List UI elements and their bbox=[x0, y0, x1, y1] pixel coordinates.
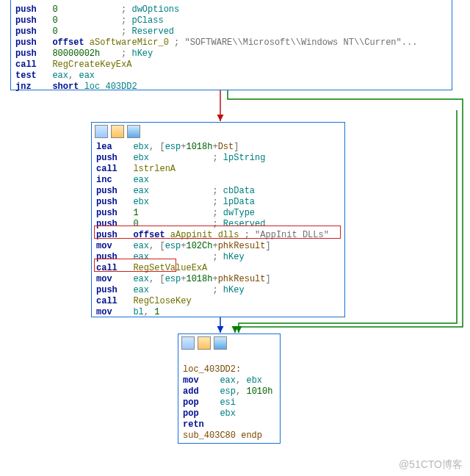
code-bot: loc_403DD2: mov eax, ebx add esp, 1010h … bbox=[178, 352, 280, 444]
palette-icon[interactable] bbox=[198, 336, 211, 350]
graph-icon[interactable] bbox=[181, 336, 195, 350]
window-icon[interactable] bbox=[214, 336, 227, 350]
window-icon[interactable] bbox=[127, 125, 140, 138]
block-toolbar bbox=[178, 334, 280, 352]
disasm-block-top: push 0 ; dwOptions push 0 ; pClass push … bbox=[10, 0, 452, 90]
code-top: push 0 ; dwOptions push 0 ; pClass push … bbox=[11, 3, 452, 95]
disasm-block-mid: lea ebx, [esp+1018h+Dst] push ebx ; lpSt… bbox=[91, 122, 345, 317]
graph-icon[interactable] bbox=[95, 125, 108, 138]
disasm-block-bot: loc_403DD2: mov eax, ebx add esp, 1010h … bbox=[178, 333, 281, 444]
code-mid: lea ebx, [esp+1018h+Dst] push ebx ; lpSt… bbox=[92, 140, 344, 321]
watermark: @51CTO博客 bbox=[399, 458, 463, 472]
block-toolbar bbox=[92, 123, 344, 140]
palette-icon[interactable] bbox=[111, 125, 124, 138]
